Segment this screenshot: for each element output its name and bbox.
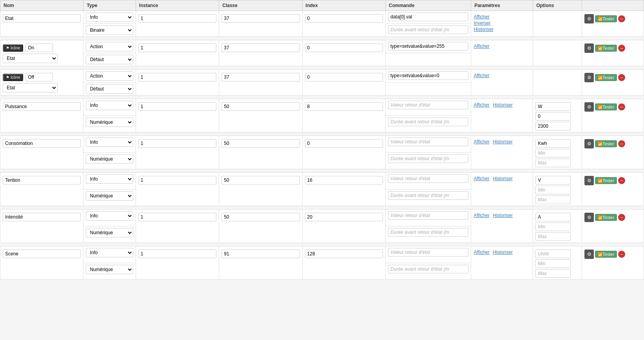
consomation-historiser-link[interactable]: Historiser bbox=[493, 139, 513, 145]
scene-remove-button[interactable]: − bbox=[618, 251, 625, 258]
puissance-unite-input[interactable] bbox=[535, 102, 571, 111]
on-state-select[interactable]: Etat bbox=[3, 54, 58, 63]
consomation-afficher-link[interactable]: Afficher bbox=[473, 139, 489, 145]
scene-classe-input[interactable] bbox=[221, 250, 299, 258]
consomation-type-select[interactable]: Info Action bbox=[86, 137, 133, 147]
consomation-min-input[interactable] bbox=[535, 149, 571, 157]
etat-subtype-select[interactable]: Binaire Numérique bbox=[86, 25, 133, 35]
consomation-remove-button[interactable]: − bbox=[618, 140, 625, 147]
off-icon-button[interactable]: ⚑ Icône bbox=[3, 74, 23, 81]
consomation-subtype-select[interactable]: Numérique bbox=[86, 154, 133, 164]
puissance-type-select[interactable]: Info Action bbox=[86, 101, 133, 110]
etat-nom-input[interactable] bbox=[3, 14, 81, 23]
etat-classe-input[interactable] bbox=[221, 14, 299, 23]
intensite-afficher-link[interactable]: Afficher bbox=[473, 213, 489, 218]
intensite-index-input[interactable] bbox=[305, 213, 383, 221]
on-icon-button[interactable]: ⚑ Icône bbox=[3, 44, 23, 52]
scene-max-input[interactable] bbox=[535, 269, 571, 278]
on-commande-input[interactable] bbox=[388, 42, 468, 51]
etat-remove-button[interactable]: − bbox=[618, 15, 625, 22]
tention-commande2-input[interactable] bbox=[388, 191, 468, 200]
scene-tester-button[interactable]: Tester bbox=[595, 251, 617, 258]
off-subtype-select[interactable]: Défaut bbox=[86, 84, 133, 94]
scene-nom-input[interactable] bbox=[3, 250, 81, 258]
etat-gear-button[interactable]: ⚙ bbox=[584, 14, 594, 24]
consomation-unite-input[interactable] bbox=[535, 139, 571, 148]
tention-index-input[interactable] bbox=[305, 176, 383, 184]
scene-commande2-input[interactable] bbox=[388, 265, 468, 273]
puissance-commande2-input[interactable] bbox=[388, 118, 468, 126]
tention-subtype-select[interactable]: Numérique bbox=[86, 191, 133, 201]
intensite-commande2-input[interactable] bbox=[388, 228, 468, 237]
on-subtype-select[interactable]: Défaut bbox=[86, 55, 133, 64]
intensite-classe-input[interactable] bbox=[221, 213, 299, 221]
off-state-select[interactable]: Etat bbox=[3, 83, 58, 92]
puissance-index-input[interactable] bbox=[305, 102, 383, 111]
on-gear-button[interactable]: ⚙ bbox=[584, 43, 594, 53]
scene-historiser-link[interactable]: Historiser bbox=[493, 250, 513, 255]
etat-commande-input[interactable] bbox=[388, 13, 468, 21]
etat-tester-button[interactable]: Tester bbox=[595, 15, 617, 22]
intensite-commande-input[interactable] bbox=[388, 211, 468, 220]
etat-instance-input[interactable] bbox=[138, 14, 216, 23]
puissance-afficher-link[interactable]: Afficher bbox=[473, 102, 489, 108]
consomation-index-input[interactable] bbox=[305, 139, 383, 148]
off-instance-input[interactable] bbox=[138, 73, 216, 81]
etat-type-select[interactable]: Info Action bbox=[86, 13, 133, 22]
off-gear-button[interactable]: ⚙ bbox=[584, 73, 594, 82]
consomation-commande2-input[interactable] bbox=[388, 154, 468, 163]
etat-index-input[interactable] bbox=[305, 14, 383, 23]
off-classe-input[interactable] bbox=[221, 73, 299, 81]
on-tester-button[interactable]: Tester bbox=[595, 45, 617, 52]
puissance-max-input[interactable] bbox=[535, 122, 571, 130]
scene-type-select[interactable]: Info Action bbox=[86, 248, 133, 257]
consomation-instance-input[interactable] bbox=[138, 139, 216, 148]
intensite-max-input[interactable] bbox=[535, 232, 571, 241]
puissance-commande-input[interactable] bbox=[388, 101, 468, 109]
scene-unite-input[interactable] bbox=[535, 250, 571, 258]
puissance-classe-input[interactable] bbox=[221, 102, 299, 111]
puissance-historiser-link[interactable]: Historiser bbox=[493, 102, 513, 108]
puissance-instance-input[interactable] bbox=[138, 102, 216, 111]
tention-remove-button[interactable]: − bbox=[618, 177, 625, 184]
off-nom-input[interactable] bbox=[25, 73, 53, 81]
off-tester-button[interactable]: Tester bbox=[595, 74, 617, 81]
scene-instance-input[interactable] bbox=[138, 250, 216, 258]
puissance-tester-button[interactable]: Tester bbox=[595, 103, 617, 110]
consomation-tester-button[interactable]: Tester bbox=[595, 140, 617, 147]
tention-max-input[interactable] bbox=[535, 195, 571, 204]
off-index-input[interactable] bbox=[305, 73, 383, 81]
intensite-unite-input[interactable] bbox=[535, 213, 571, 221]
tention-classe-input[interactable] bbox=[221, 176, 299, 184]
intensite-subtype-select[interactable]: Numérique bbox=[86, 228, 133, 237]
scene-gear-button[interactable]: ⚙ bbox=[584, 250, 594, 259]
tention-commande-input[interactable] bbox=[388, 174, 468, 183]
tention-type-select[interactable]: Info Action bbox=[86, 174, 133, 184]
intensite-min-input[interactable] bbox=[535, 222, 571, 231]
on-remove-button[interactable]: − bbox=[618, 45, 625, 52]
tention-afficher-link[interactable]: Afficher bbox=[473, 176, 489, 181]
etat-commande2-input[interactable] bbox=[388, 25, 468, 34]
tention-historiser-link[interactable]: Historiser bbox=[493, 176, 513, 181]
intensite-nom-input[interactable] bbox=[3, 213, 81, 221]
intensite-historiser-link[interactable]: Historiser bbox=[493, 213, 513, 218]
tention-min-input[interactable] bbox=[535, 186, 571, 194]
tention-nom-input[interactable] bbox=[3, 176, 81, 184]
consomation-gear-button[interactable]: ⚙ bbox=[584, 139, 594, 148]
tention-gear-button[interactable]: ⚙ bbox=[584, 176, 594, 185]
on-afficher-link[interactable]: Afficher bbox=[473, 43, 489, 49]
scene-min-input[interactable] bbox=[535, 259, 571, 268]
puissance-nom-input[interactable] bbox=[3, 102, 81, 111]
scene-index-input[interactable] bbox=[305, 250, 383, 258]
intensite-instance-input[interactable] bbox=[138, 213, 216, 221]
etat-historiser-link[interactable]: Historiser bbox=[473, 27, 530, 32]
on-classe-input[interactable] bbox=[221, 43, 299, 52]
scene-afficher-link[interactable]: Afficher bbox=[473, 250, 489, 255]
tention-tester-button[interactable]: Tester bbox=[595, 177, 617, 184]
puissance-remove-button[interactable]: − bbox=[618, 103, 625, 110]
etat-afficher-link[interactable]: Afficher bbox=[473, 14, 528, 20]
tention-unite-input[interactable] bbox=[535, 176, 571, 184]
tention-instance-input[interactable] bbox=[138, 176, 216, 184]
off-type-select[interactable]: Info Action bbox=[86, 71, 133, 81]
on-instance-input[interactable] bbox=[138, 43, 216, 52]
